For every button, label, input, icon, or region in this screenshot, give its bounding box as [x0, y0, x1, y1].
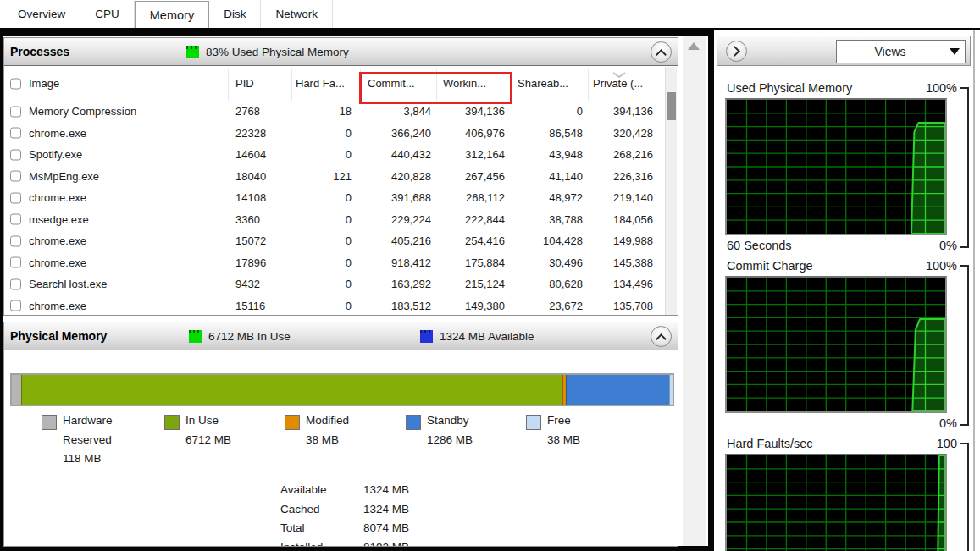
stat-label: Total	[280, 521, 305, 534]
cell-shareable: 23,672	[515, 295, 583, 316]
row-checkbox[interactable]	[10, 257, 21, 268]
col-header-private[interactable]: Private (...	[593, 67, 661, 101]
cell-shareable: 41,140	[515, 166, 583, 188]
process-table-scrollbar[interactable]	[665, 67, 677, 315]
row-checkbox[interactable]	[10, 192, 21, 203]
row-checkbox[interactable]	[10, 278, 21, 289]
cell-working-set: 215,124	[437, 273, 505, 295]
legend-value: 1286 MB	[427, 433, 473, 446]
views-button[interactable]: Views	[836, 40, 966, 63]
table-row[interactable]: chrome.exe178960918,412175,88430,496145,…	[4, 252, 666, 274]
table-row[interactable]: chrome.exe150720405,216254,416104,428149…	[4, 230, 666, 252]
table-row[interactable]: chrome.exe141080391,688268,11248,972219,…	[4, 187, 666, 209]
collapse-physical-memory-button[interactable]	[651, 326, 672, 347]
expand-panel-button[interactable]	[726, 41, 747, 62]
cell-pid: 14604	[235, 144, 290, 166]
cell-shareable: 0	[515, 101, 583, 123]
processes-panel-title: Processes	[4, 45, 69, 58]
col-header-pid[interactable]: PID	[235, 67, 290, 101]
views-dropdown-arrow[interactable]	[944, 41, 965, 63]
memory-segment-free	[669, 375, 673, 405]
cell-working-set: 222,844	[437, 209, 505, 231]
tab-disk[interactable]: Disk	[209, 0, 261, 28]
chart-title-hard-faults: Hard Faults/sec	[727, 437, 813, 450]
cell-working-set: 267,456	[437, 166, 505, 188]
blue-memory-icon	[420, 330, 433, 343]
cell-private: 219,140	[585, 187, 653, 209]
cell-private: 135,708	[585, 295, 653, 316]
window-edge	[973, 30, 975, 551]
col-header-hard-faults[interactable]: Hard Fa...	[296, 67, 355, 101]
col-header-working-set[interactable]: Workin...	[443, 67, 511, 101]
cell-image: chrome.exe	[29, 230, 224, 252]
stat-label: Installed	[280, 541, 323, 548]
table-row[interactable]: Memory Compression2768183,844394,1360394…	[4, 101, 666, 123]
cell-image: chrome.exe	[29, 187, 224, 209]
chart-title-commit-charge: Commit Charge	[727, 259, 813, 273]
memory-composition-bar	[10, 373, 674, 406]
memory-legend: HardwareReserved118 MBIn Use6712 MBModif…	[4, 414, 678, 482]
scroll-up-arrow-icon[interactable]	[688, 42, 700, 50]
row-checkbox[interactable]	[10, 106, 21, 117]
chart-title-used-physical-memory: Used Physical Memory	[727, 81, 852, 95]
row-checkbox[interactable]	[10, 235, 21, 246]
cell-commit: 420,828	[363, 166, 431, 188]
cell-hard-faults: 0	[292, 123, 352, 145]
row-checkbox[interactable]	[10, 214, 21, 225]
cell-working-set: 175,884	[437, 252, 505, 274]
table-row[interactable]: SearchHost.exe94320163,292215,12480,6281…	[4, 273, 666, 295]
tab-network[interactable]: Network	[261, 0, 333, 28]
chart-canvas-hard-faults	[725, 454, 947, 551]
cell-commit: 3,844	[363, 101, 431, 123]
row-checkbox[interactable]	[10, 149, 21, 160]
table-row[interactable]: chrome.exe151160183,512149,38023,672135,…	[4, 295, 666, 316]
legend-label: Free	[547, 414, 571, 427]
charts-sidebar: Views Used Physical Memory 100% 60 Secon…	[714, 30, 980, 551]
cell-image: MsMpEng.exe	[29, 166, 224, 188]
cell-private: 149,988	[585, 230, 653, 252]
in-use-status: 6712 MB In Use	[189, 330, 291, 343]
table-row[interactable]: Spotify.exe146040440,432312,16443,948268…	[4, 144, 666, 166]
cell-hard-faults: 121	[292, 166, 352, 188]
chart-ymax-label: 100	[937, 437, 957, 450]
row-checkbox[interactable]	[10, 128, 21, 139]
legend-swatch	[285, 415, 300, 430]
physical-memory-panel-header[interactable]: Physical Memory 6712 MB In Use 1324 MB A…	[4, 322, 678, 350]
table-row[interactable]: msedge.exe33600229,224222,84438,788184,0…	[4, 209, 666, 231]
cell-image: chrome.exe	[29, 252, 224, 274]
available-status: 1324 MB Available	[420, 330, 534, 343]
stat-value: 8192 MB	[363, 541, 409, 548]
row-checkbox[interactable]	[10, 300, 21, 311]
legend-label: Standby	[427, 414, 469, 427]
chart-canvas-commit-charge	[725, 276, 947, 413]
cell-image: msedge.exe	[29, 209, 224, 231]
cell-commit: 391,688	[363, 187, 431, 209]
col-header-commit[interactable]: Commit...	[368, 67, 435, 101]
tab-overview[interactable]: Overview	[3, 0, 80, 28]
table-row[interactable]: MsMpEng.exe18040121420,828267,45641,1402…	[4, 166, 666, 188]
cell-working-set: 312,164	[437, 144, 505, 166]
processes-panel-header[interactable]: Processes 83% Used Physical Memory	[4, 38, 678, 66]
collapse-processes-button[interactable]	[651, 41, 672, 63]
col-header-shareable[interactable]: Shareab...	[518, 67, 585, 101]
tab-cpu[interactable]: CPU	[80, 0, 135, 28]
tab-memory[interactable]: Memory	[135, 1, 209, 28]
legend-label: Modified	[306, 414, 349, 427]
chart-xaxis-label: 60 Seconds	[727, 239, 792, 252]
content-scrollbar[interactable]	[683, 36, 706, 546]
select-all-checkbox[interactable]	[10, 79, 21, 90]
cell-pid: 15072	[235, 230, 290, 252]
resource-monitor-window: Overview CPU Memory Disk Network Process…	[0, 0, 980, 551]
table-row[interactable]: chrome.exe223280366,240406,97686,548320,…	[4, 123, 666, 145]
scrollbar-thumb[interactable]	[667, 92, 676, 120]
row-checkbox[interactable]	[10, 171, 21, 182]
legend-value: 38 MB	[547, 433, 580, 446]
chevron-up-icon	[656, 333, 667, 344]
stat-value: 8074 MB	[363, 521, 409, 534]
cell-commit: 163,292	[363, 273, 431, 295]
cell-image: SearchHost.exe	[29, 273, 224, 295]
process-rows: Memory Compression2768183,844394,1360394…	[4, 101, 666, 315]
cell-commit: 183,512	[363, 295, 431, 316]
stat-label: Available	[280, 483, 327, 496]
col-header-image[interactable]: Image	[29, 67, 224, 101]
